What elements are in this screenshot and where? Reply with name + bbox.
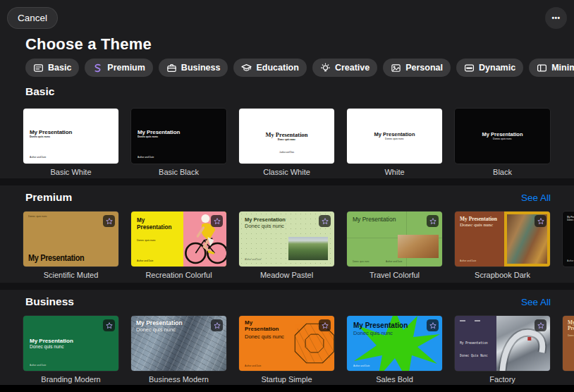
mini-title: My Presentation: [460, 216, 497, 222]
premium-badge: [319, 319, 331, 331]
premium-see-all-link[interactable]: See All: [521, 192, 551, 203]
theme-card-meadow-pastel[interactable]: My Presentation Donec quis nunc Author a…: [239, 212, 334, 279]
section-business: Business See All My Presentation Donec q…: [0, 290, 574, 385]
slide-text-icon: [33, 63, 44, 73]
theme-card-sales-bold[interactable]: My Presentation Donec quis nunc Author a…: [347, 316, 442, 384]
theme-thumbnail: My Presentation Donec quis nunc Author a…: [455, 212, 550, 267]
filter-chip-business[interactable]: Business: [159, 59, 228, 77]
filter-label: Business: [181, 63, 221, 73]
theme-card-premium-partial[interactable]: My Presentation Donec quis nunc Author a…: [563, 212, 574, 279]
mini-byline: Author and Date: [279, 151, 294, 154]
theme-card-business-modern[interactable]: My Presentation Donec quis nunc Business…: [131, 316, 226, 384]
filter-chip-personal[interactable]: Personal: [383, 59, 451, 77]
star-icon: [429, 218, 435, 223]
filter-chip-basic[interactable]: Basic: [25, 59, 79, 77]
premium-theme-row[interactable]: Donec quis nunc My Presentation Scientif…: [23, 212, 574, 279]
filter-label: Basic: [48, 63, 71, 73]
ellipsis-icon: •••: [551, 14, 560, 22]
theme-card-recreation-colorful[interactable]: My Presentation Donec quis nunc Author a…: [131, 212, 226, 279]
mini-subtitle: Donec quis nunc: [265, 138, 308, 141]
theme-card-classic-white[interactable]: My Presentation Donec quis nunc Author a…: [239, 109, 334, 176]
cancel-button[interactable]: Cancel: [7, 7, 58, 29]
filter-chip-minimal[interactable]: Minimal: [529, 59, 574, 77]
mini-byline: Author and Date: [245, 365, 261, 367]
photo-icon: [391, 63, 401, 73]
mini-title: My Presentation: [245, 216, 286, 223]
mini-subtitle: Donec quis nunc: [460, 222, 497, 228]
theme-card-black[interactable]: My Presentation Donec quis nunc Black: [455, 109, 550, 176]
basic-theme-row[interactable]: My Presentation Donec quis nunc Author a…: [23, 109, 574, 176]
mini-title: My Presentation: [138, 129, 183, 135]
mini-title: My Presentation: [353, 321, 408, 329]
dynamic-slide-icon: [464, 63, 475, 73]
minimal-slide-icon: [537, 63, 547, 73]
theme-label: Branding Modern: [23, 375, 118, 384]
theme-label: Meadow Pastel: [239, 271, 334, 279]
theme-label: Startup Simple: [239, 375, 334, 384]
theme-card-startup-simple[interactable]: My Presentation Donec quis nunc Author a…: [239, 316, 334, 384]
mini-rule: [460, 320, 465, 321]
desert-photo: [398, 235, 439, 258]
theme-card-basic-white[interactable]: My Presentation Donec quis nunc Author a…: [23, 109, 118, 176]
filter-label: Dynamic: [479, 63, 515, 73]
mini-byline: Author and Date: [138, 156, 154, 159]
theme-card-scrapbook-dark[interactable]: My Presentation Donec quis nunc Author a…: [455, 212, 550, 279]
filter-chip-creative[interactable]: Creative: [312, 59, 377, 77]
theme-label: Sales Bold: [347, 375, 442, 384]
theme-thumbnail: My Presentation Donec quis nunc: [131, 316, 226, 371]
theme-card-white[interactable]: My Presentation Donec quis nunc White: [347, 109, 442, 176]
theme-card-factory[interactable]: My Presentation Donec Quis Nunc Factory: [455, 316, 550, 384]
theme-card-basic-black[interactable]: My Presentation Donec quis nunc Author a…: [131, 109, 226, 176]
theme-thumbnail: My Presentation Donec quis nunc Author a…: [239, 316, 334, 371]
theme-label: Recreation Colorful: [131, 271, 226, 279]
mini-subtitle: Donec quis nunc: [30, 135, 50, 138]
filter-chip-dynamic[interactable]: Dynamic: [456, 59, 523, 77]
filter-chip-education[interactable]: Education: [233, 59, 306, 77]
mini-title: My Presentation: [137, 216, 169, 230]
theme-thumbnail: My Presentation Donec quis nunc Author a…: [131, 109, 226, 164]
theme-label: Travel Colorful: [347, 271, 442, 279]
theme-card-branding-modern[interactable]: My Presentation Donec quis nunc Author a…: [23, 316, 118, 384]
premium-badge: [427, 319, 439, 331]
star-icon: [106, 322, 111, 328]
more-options-button[interactable]: •••: [545, 7, 567, 29]
mini-byline: Author and Date: [245, 258, 261, 261]
mini-byline: Author and Date: [30, 364, 46, 367]
mini-title: My Presentation: [30, 129, 75, 135]
mini-title: My Presentation: [136, 319, 183, 326]
theme-label: Scrapbook Dark: [455, 271, 550, 279]
mini-title: My Presentation: [568, 320, 574, 332]
mini-subtitle: Donec quis nunc: [245, 223, 286, 229]
mini-byline: Author and Date: [460, 259, 476, 262]
filter-label: Personal: [405, 63, 443, 73]
mini-subtitle: Donec quis nunc: [353, 330, 393, 336]
mini-subtitle: Donec quis nunc: [136, 326, 183, 333]
mini-byline: Author and Date: [386, 260, 402, 263]
home-indicator-area: [0, 385, 574, 392]
star-icon: [106, 218, 111, 223]
section-premium-header: Premium: [25, 191, 72, 204]
filter-chip-premium[interactable]: Premium: [85, 59, 153, 77]
mini-title: My Presentation: [28, 252, 84, 263]
premium-badge: [319, 215, 331, 227]
mini-title: My Presentation: [347, 131, 442, 137]
landscape-photo: [288, 237, 328, 260]
business-theme-row[interactable]: My Presentation Donec quis nunc Author a…: [23, 316, 574, 384]
premium-badge: [211, 215, 223, 227]
theme-card-scientific-muted[interactable]: Donec quis nunc My Presentation Scientif…: [23, 212, 118, 279]
graduation-cap-icon: [241, 63, 252, 73]
theme-label: Factory: [455, 375, 550, 384]
theme-card-travel-colorful[interactable]: My Presentation Donec quis nunc Author a…: [347, 212, 442, 279]
theme-thumbnail: My Presentation Donec quis nunc: [347, 109, 442, 164]
mini-title: My Presentation: [30, 338, 73, 344]
filter-label: Education: [256, 63, 298, 73]
premium-badge: [535, 215, 546, 227]
premium-badge: [535, 319, 546, 331]
mini-subtitle: Donec quis nunc: [353, 260, 370, 263]
mini-rule: [475, 320, 480, 321]
mini-subtitle: Donec quis nunc: [568, 334, 574, 337]
business-see-all-link[interactable]: See All: [521, 297, 551, 307]
theme-card-business-partial[interactable]: My Presentation Donec quis nunc: [563, 316, 574, 384]
mini-subtitle: Donec quis nunc: [28, 215, 47, 218]
section-business-header: Business: [25, 295, 74, 308]
